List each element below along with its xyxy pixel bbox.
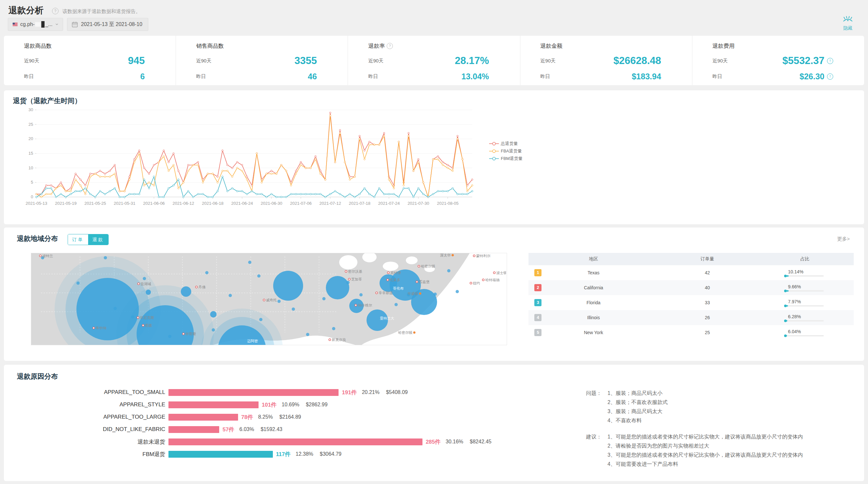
kpi-row: 近90天$5532.37! <box>713 55 833 67</box>
svg-text:哈密尔顿: 哈密尔顿 <box>398 330 412 334</box>
pct-block: 6.28% <box>785 314 825 321</box>
pct-dot <box>784 320 787 322</box>
table-row: 1Texas4210.14% <box>528 265 854 280</box>
svg-text:5: 5 <box>31 180 33 185</box>
toggle-orders-button[interactable]: 订单 <box>68 234 88 245</box>
pct-value: 6.28% <box>788 314 825 319</box>
store-selector[interactable]: cg.ph-_... <box>8 18 63 31</box>
returns-trend-chart: 0510152025302021-05-132021-05-192021-05-… <box>17 105 495 215</box>
svg-text:华盛顿: 华盛顿 <box>407 292 418 295</box>
region-cell: 1Texas <box>528 270 658 275</box>
date-range-picker[interactable]: 2021-05-13 至 2021-08-10 <box>67 18 148 31</box>
kpi-card-2: 退款率?近90天28.17%昨日13.04% <box>348 36 520 85</box>
pct-track <box>785 275 824 277</box>
orders-cell: 26 <box>658 315 756 320</box>
suggestion-item: 4、可能需要改进一下产品布料 <box>608 460 803 469</box>
reason-label: APPAREL_TOO_SMALL <box>16 389 168 395</box>
region-name: Florida <box>587 300 601 305</box>
kpi-row: 昨日6 <box>24 72 145 81</box>
svg-text:密尔沃基: 密尔沃基 <box>348 269 362 273</box>
col-header-orders: 订单量 <box>658 256 756 262</box>
region-cell: 3Florida <box>528 300 658 305</box>
pct-block: 9.66% <box>785 284 825 292</box>
svg-text:丹佛: 丹佛 <box>198 285 206 289</box>
suggestions-list: 1、可能是您的描述或者变体的尺寸标记比实物大，建议将该商品放更小尺寸的变体内2、… <box>608 432 803 469</box>
svg-text:10: 10 <box>29 165 33 170</box>
svg-text:20: 20 <box>29 136 33 141</box>
col-header-pct: 占比 <box>756 256 854 262</box>
kpi-card-0: 退款商品数近90天945昨日6 <box>4 36 176 85</box>
reason-bar-row: APPAREL_TOO_SMALL191件20.21%$5408.09 <box>16 386 491 398</box>
kpi-label-text: 退款商品数 <box>24 42 52 50</box>
svg-text:盐湖城: 盐湖城 <box>141 282 151 286</box>
reason-bar <box>168 401 258 408</box>
svg-text:匹兹堡: 匹兹堡 <box>419 280 430 284</box>
problems-label: 问题： <box>586 389 608 425</box>
kpi-label-text: 退款费用 <box>713 42 735 50</box>
reason-count: 78件 <box>241 414 253 421</box>
kpi-value: 46 <box>308 72 317 81</box>
reason-bar <box>168 414 238 421</box>
legend-item-0[interactable]: 总退货量 <box>489 140 522 147</box>
region-cell: 5New York <box>528 330 658 335</box>
svg-text:2021-06-24: 2021-06-24 <box>231 201 253 206</box>
chevron-down-icon <box>56 23 58 26</box>
kpi-value: 945 <box>128 55 145 67</box>
info-icon[interactable]: ! <box>827 73 833 79</box>
help-icon[interactable]: ? <box>52 8 59 14</box>
svg-text:2021-07-12: 2021-07-12 <box>319 201 341 206</box>
us-refund-map[interactable]: 波特兰盐湖城丹佛威奇托菲尼克斯图森蒂华纳华雷斯密尔沃基芝加哥底特律托莱多哈密尔顿… <box>31 253 507 345</box>
kpi-value-text: 46 <box>308 72 317 81</box>
svg-text:图森: 图森 <box>145 323 152 327</box>
legend-label: FBA退货量 <box>501 148 522 154</box>
svg-text:2021-07-30: 2021-07-30 <box>407 201 429 206</box>
reason-bar-row: 退款未退货285件30.16%$8242.45 <box>16 435 491 448</box>
kpi-period-label: 昨日 <box>24 73 34 79</box>
kpi-value: 3355 <box>294 55 317 67</box>
svg-text:底特律: 底特律 <box>390 271 401 275</box>
kpi-period-label: 昨日 <box>368 73 378 79</box>
pct-dot <box>784 334 787 337</box>
info-icon[interactable]: ? <box>387 43 393 49</box>
toggle-refund-button[interactable]: 退款 <box>88 234 108 245</box>
more-link[interactable]: 更多> <box>837 236 850 242</box>
kpi-value-text: 28.17% <box>455 55 489 67</box>
hide-button[interactable]: 隐藏 <box>838 15 858 31</box>
legend-item-1[interactable]: FBA退货量 <box>489 147 522 155</box>
svg-text:亚特兰大: 亚特兰大 <box>380 316 394 320</box>
svg-text:波士顿: 波士顿 <box>496 271 506 275</box>
orders-cell: 40 <box>658 285 756 290</box>
reason-label: APPAREL_STYLE <box>16 401 168 408</box>
svg-text:30: 30 <box>29 107 33 112</box>
suggestions-block: 建议： 1、可能是您的描述或者变体的尺寸标记比实物大，建议将该商品放更小尺寸的变… <box>586 432 853 469</box>
svg-text:渥太华: 渥太华 <box>440 253 451 257</box>
orders-cell: 42 <box>658 270 756 275</box>
kpi-value: $26628.48 <box>613 55 661 67</box>
store-name-prefix: cg.ph- <box>20 22 34 27</box>
svg-text:2021-07-18: 2021-07-18 <box>349 201 370 206</box>
svg-text:2021-05-25: 2021-05-25 <box>84 201 106 206</box>
kpi-card-4: 退款费用近90天$5532.37!昨日$26.30! <box>692 36 864 85</box>
kpi-value: 13.04% <box>462 72 489 81</box>
pct-dot <box>784 275 787 277</box>
legend-item-2[interactable]: FBM退货量 <box>489 155 522 162</box>
reason-bar-row: APPAREL_TOO_LARGE78件8.25%$2164.89 <box>16 411 491 423</box>
region-name: Texas <box>588 270 600 275</box>
kpi-row: 近90天$26628.48 <box>540 55 661 67</box>
kpi-label: 销售商品数 <box>196 42 317 50</box>
reason-pct: 30.16% <box>445 439 463 445</box>
reason-pct: 10.69% <box>282 402 299 408</box>
legend-label: 总退货量 <box>501 141 518 147</box>
info-icon[interactable]: ! <box>827 58 833 64</box>
reason-label: APPAREL_TOO_LARGE <box>16 414 168 420</box>
pct-cell: 6.04% <box>756 329 854 336</box>
problem-item: 3、服装；商品尺码太大 <box>608 407 668 416</box>
kpi-card-3: 退款金额近90天$26628.48昨日$183.94 <box>520 36 692 85</box>
pct-value: 10.14% <box>788 269 825 275</box>
pct-track <box>785 290 824 292</box>
pct-block: 6.04% <box>785 329 825 336</box>
pct-value: 7.97% <box>788 299 825 304</box>
svg-text:纽约: 纽约 <box>473 281 480 285</box>
rank-badge: 3 <box>534 299 541 306</box>
svg-text:威奇托: 威奇托 <box>266 298 277 302</box>
